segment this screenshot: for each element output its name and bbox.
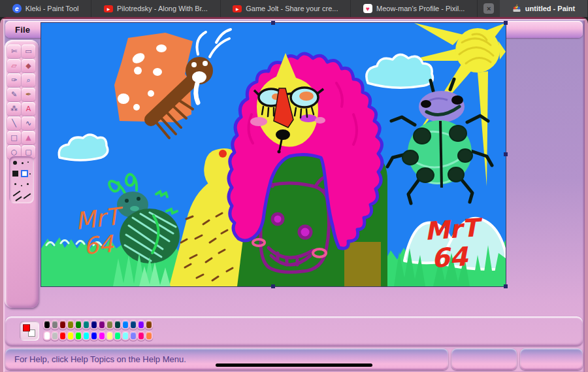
foreground-color-swatch <box>23 324 30 331</box>
polygon-tool-button[interactable]: ▲ <box>22 131 35 144</box>
status-panel-3 <box>520 348 583 370</box>
cheek-right-violet <box>300 114 317 122</box>
resize-handle-top-middle[interactable] <box>271 21 275 25</box>
resize-handle-bottom-right[interactable] <box>504 284 508 288</box>
free-form-select-icon: ✄ <box>11 48 17 55</box>
color-swatch[interactable] <box>129 320 137 330</box>
resize-handle-top-right[interactable] <box>504 21 508 25</box>
color-swatch[interactable] <box>51 320 59 330</box>
color-swatch[interactable] <box>129 331 137 341</box>
magnifier-icon: ⌕ <box>26 76 30 84</box>
color-swatch[interactable] <box>90 320 98 330</box>
rectangle-icon: □ <box>10 134 17 141</box>
cheek-left <box>250 117 267 126</box>
select-icon: ▭ <box>25 48 31 55</box>
menu-file[interactable]: File <box>9 24 36 36</box>
tab-gamejolt[interactable]: Game Jolt - Share your cre... <box>221 0 351 17</box>
color-swatch[interactable] <box>59 320 67 330</box>
current-colors-indicator[interactable] <box>20 321 39 341</box>
close-tab-icon[interactable]: × <box>483 3 494 14</box>
select-tool-button[interactable]: ▭ <box>22 44 35 58</box>
artwork: MrT 64 MrT 64 <box>41 23 506 286</box>
tab-kleki[interactable]: e Kleki - Paint Tool <box>0 0 91 17</box>
text-icon: A <box>26 105 31 112</box>
paint-window: File Edit View Image Colors Help Extras … <box>0 17 588 372</box>
home-indicator <box>216 364 372 367</box>
tab-title: Pilotredsky - Along With Br... <box>117 5 208 12</box>
text-tool-button[interactable]: A <box>22 102 35 116</box>
color-swatch[interactable] <box>82 320 90 330</box>
browser-tab-bar: e Kleki - Paint Tool Pilotredsky - Along… <box>0 0 588 17</box>
color-swatch[interactable] <box>145 331 153 341</box>
magnifier-tool-button[interactable]: ⌕ <box>22 73 35 87</box>
pencil-tool-button[interactable]: ✎ <box>7 88 21 101</box>
free-form-select-tool-button[interactable]: ✄ <box>7 44 21 58</box>
color-swatch[interactable] <box>145 320 153 330</box>
tab-untitled-paint[interactable]: untitled - Paint <box>500 0 588 17</box>
brush-icon: ✒ <box>25 91 31 98</box>
airbrush-icon: ⁂ <box>10 105 18 112</box>
color-swatch[interactable] <box>98 320 106 330</box>
tool-options-box[interactable] <box>9 156 34 203</box>
fill-icon: ◆ <box>25 62 31 69</box>
pants-right <box>344 242 381 286</box>
color-swatch[interactable] <box>137 320 145 330</box>
color-swatch[interactable] <box>98 331 106 341</box>
paint-canvas[interactable]: MrT 64 MrT 64 <box>41 23 506 286</box>
status-bar: For Help, click Help Topics on the Help … <box>5 348 583 370</box>
youtube-icon <box>233 5 242 12</box>
color-swatch[interactable] <box>122 320 129 330</box>
tool-panel: ✄▭▱◆✑⌕✎✒⁂A╲∿□▲○▢ <box>5 40 39 308</box>
curve-icon: ∿ <box>25 120 31 127</box>
color-picker-tool-button[interactable]: ✑ <box>7 73 21 87</box>
tab-title: Game Jolt - Share your cre... <box>246 5 338 12</box>
color-palette-bar <box>5 316 583 346</box>
eraser-tool-button[interactable]: ▱ <box>7 59 21 73</box>
color-swatch[interactable] <box>114 320 122 330</box>
rectangle-tool-button[interactable]: □ <box>7 131 21 144</box>
mouth <box>276 129 290 140</box>
youtube-icon <box>104 5 113 12</box>
screen: e Kleki - Paint Tool Pilotredsky - Along… <box>0 0 588 372</box>
resize-handle-right-middle[interactable] <box>504 152 508 156</box>
pencil-icon: ✎ <box>11 91 17 98</box>
color-swatch[interactable] <box>74 320 82 330</box>
brush-tool-button[interactable]: ✒ <box>22 88 35 101</box>
polygon-icon: ▲ <box>25 134 31 141</box>
tab-meowman-profile[interactable]: Meow-man's Profile - Pixil... <box>351 0 478 17</box>
tab-pilotredsky[interactable]: Pilotredsky - Along With Br... <box>91 0 220 17</box>
color-swatch[interactable] <box>43 320 51 330</box>
color-swatch[interactable] <box>122 331 129 341</box>
curve-tool-button[interactable]: ∿ <box>22 116 35 130</box>
svg-text:64: 64 <box>82 230 115 260</box>
color-swatch[interactable] <box>114 331 122 341</box>
color-swatch[interactable] <box>51 331 59 341</box>
line-tool-button[interactable]: ╲ <box>7 116 21 130</box>
tab-title: Meow-man's Profile - Pixil... <box>376 5 465 12</box>
resize-handle-bottom-middle[interactable] <box>271 284 275 288</box>
airbrush-tool-button[interactable]: ⁂ <box>7 102 21 116</box>
tab-title: Kleki - Paint Tool <box>25 5 79 12</box>
eraser-icon: ▱ <box>11 62 16 69</box>
line-icon: ╲ <box>12 120 16 127</box>
color-swatch[interactable] <box>90 331 98 341</box>
color-swatch[interactable] <box>137 331 145 341</box>
color-swatch[interactable] <box>67 320 74 330</box>
color-swatch[interactable] <box>67 331 74 341</box>
ellipse-icon: ○ <box>11 148 18 156</box>
color-picker-icon: ✑ <box>11 76 17 84</box>
svg-text:64: 64 <box>431 241 470 273</box>
rounded-rectangle-icon: ▢ <box>25 148 31 156</box>
svg-text:MrT: MrT <box>424 213 484 246</box>
color-swatch[interactable] <box>106 320 114 330</box>
status-panel-2 <box>451 348 517 370</box>
color-swatch[interactable] <box>82 331 90 341</box>
cheek-right-pink <box>315 117 325 124</box>
tab-close-slot: × <box>478 0 500 17</box>
fill-tool-button[interactable]: ◆ <box>22 59 35 73</box>
color-swatch[interactable] <box>74 331 82 341</box>
kleki-icon: e <box>12 4 22 13</box>
color-swatch[interactable] <box>106 331 114 341</box>
color-swatch[interactable] <box>59 331 67 341</box>
color-swatch[interactable] <box>43 331 51 341</box>
